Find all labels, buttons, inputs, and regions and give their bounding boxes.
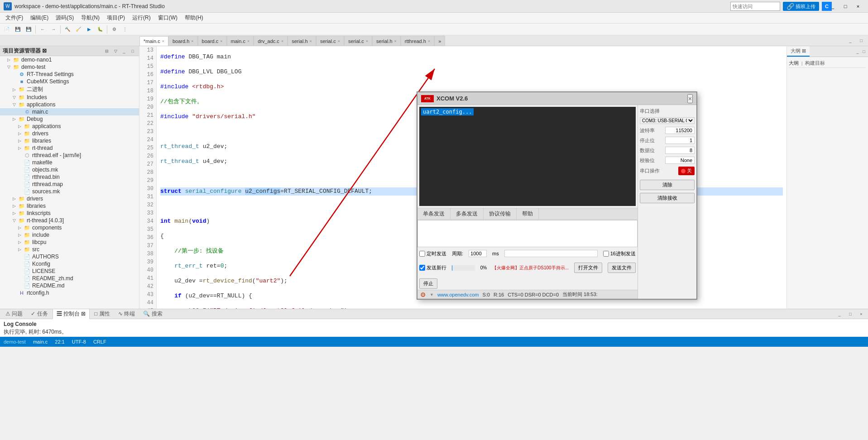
tab-serial-c1[interactable]: serial.c×: [316, 36, 344, 46]
sidebar-item-rtthread-elf[interactable]: ⬡ rtthread.elf - [arm/le]: [0, 152, 139, 159]
sidebar-item-kconfig[interactable]: 📄 Kconfig: [0, 260, 139, 268]
menu-source[interactable]: 源码(S): [52, 13, 77, 23]
tb-back[interactable]: ←: [38, 24, 48, 34]
xcom-send-input[interactable]: [418, 220, 637, 247]
maximize-button[interactable]: □: [839, 2, 852, 11]
tab-rtthread-h[interactable]: rtthread.h×: [401, 36, 434, 46]
baud-input[interactable]: [665, 127, 695, 134]
gear-icon[interactable]: ⚙: [420, 291, 426, 298]
xcom-tab-multi[interactable]: 多条发送: [451, 208, 484, 220]
sidebar-item-debug-libraries[interactable]: ▷ 📁 libraries: [0, 137, 139, 144]
sidebar-item-libcpu[interactable]: ▷ 📁 libcpu: [0, 239, 139, 246]
send-file-button[interactable]: 发送文件: [608, 263, 636, 273]
sidebar-item-rtthread-map[interactable]: 📄 rtthread.map: [0, 181, 139, 188]
xcom-check-hex[interactable]: 16进制发送: [603, 250, 636, 257]
menu-edit[interactable]: 编辑(E): [27, 13, 52, 23]
timed-send-checkbox[interactable]: [419, 251, 425, 257]
period-input[interactable]: [469, 250, 487, 257]
sidebar-item-makefile[interactable]: 📄 makefile: [0, 159, 139, 166]
bottom-panel-max[interactable]: □: [845, 309, 855, 319]
sidebar-item-demo-nano1[interactable]: ▷ 📁 demo-nano1: [0, 56, 139, 63]
tb-more[interactable]: ⋮: [120, 24, 130, 34]
sidebar-item-components[interactable]: ▷ 📁 components: [0, 224, 139, 231]
sidebar-item-main-c[interactable]: © main.c: [0, 108, 139, 115]
sidebar-item-src[interactable]: ▷ 📁 src: [0, 246, 139, 253]
sidebar-menu[interactable]: ▽: [112, 48, 119, 55]
sidebar-item-authors[interactable]: 📄 AUTHORS: [0, 253, 139, 260]
tab-outline[interactable]: 大纲 ⊠: [787, 46, 810, 57]
serial-op-button[interactable]: 关: [678, 167, 695, 175]
menu-help[interactable]: 帮助(H): [181, 13, 207, 23]
tab-more[interactable]: »: [434, 36, 445, 46]
data-bits-input[interactable]: [665, 147, 695, 154]
sidebar-item-sources-mk[interactable]: 📄 sources.mk: [0, 188, 139, 195]
clear-receive-button[interactable]: 清除接收: [640, 193, 695, 203]
tab-serial-c2[interactable]: serial.c×: [344, 36, 372, 46]
tab-serial-h2[interactable]: serial.h×: [372, 36, 401, 46]
tb-forward[interactable]: →: [48, 24, 58, 34]
xcom-display[interactable]: uart2_config...: [419, 107, 636, 206]
hex-send-checkbox[interactable]: [603, 251, 609, 257]
clear-button[interactable]: 清除: [640, 180, 695, 190]
tab-main-c-active[interactable]: *main.c ×: [139, 36, 168, 46]
xcom-check-newline[interactable]: 发送新行: [419, 264, 446, 271]
tab-terminal[interactable]: ∿ 终端: [115, 309, 139, 319]
tab-problems[interactable]: ⚠ 问题: [2, 309, 26, 319]
menu-project[interactable]: 项目(P): [103, 13, 129, 23]
sidebar-item-cubemx[interactable]: ■ CubeMX Settings: [0, 78, 139, 85]
connect-upload-button[interactable]: 🔗 插班上传: [783, 2, 819, 11]
sidebar-item-rt-thread-403[interactable]: ▽ 📁 rt-thread [4.0.3]: [0, 217, 139, 224]
panel-min[interactable]: _: [845, 36, 855, 46]
sidebar-item-demo-test[interactable]: ▽ 📁 demo-test: [0, 63, 139, 71]
period-input2[interactable]: [504, 250, 598, 257]
sidebar-item-includes[interactable]: ▽ 📁 Includes: [0, 94, 139, 101]
sidebar-item-rtconfig-h[interactable]: H rtconfig.h: [0, 289, 139, 297]
tab-drv-adc[interactable]: drv_adc.c×: [254, 36, 288, 46]
stop-button[interactable]: 停止: [419, 278, 437, 289]
menu-file[interactable]: 文件(F): [2, 13, 27, 23]
tb-settings[interactable]: ⚙: [109, 24, 119, 34]
xcom-check-timed[interactable]: 定时发送: [419, 250, 446, 257]
sidebar-item-objects-mk[interactable]: 📄 objects.mk: [0, 166, 139, 173]
tb-new[interactable]: 📄: [2, 24, 12, 34]
tab-outline-label[interactable]: 大纲: [789, 60, 799, 67]
panel-max[interactable]: □: [856, 36, 866, 46]
tab-console[interactable]: ☰ 控制台 ⊠: [53, 309, 90, 319]
sidebar-item-libraries[interactable]: ▷ 📁 libraries: [0, 202, 139, 210]
xcom-tab-help[interactable]: 帮助: [517, 208, 539, 220]
menu-window[interactable]: 窗口(W): [154, 13, 181, 23]
sidebar-item-binary[interactable]: ▷ 📁 二进制: [0, 85, 139, 94]
sidebar-item-license[interactable]: 📄 LICENSE: [0, 268, 139, 275]
tab-serial-h1[interactable]: serial.h×: [288, 36, 316, 46]
sidebar-item-readme-zh[interactable]: 📄 README_zh.md: [0, 275, 139, 282]
tab-properties[interactable]: □ 属性: [91, 309, 114, 319]
sidebar-item-drivers[interactable]: ▷ 📁 drivers: [0, 195, 139, 202]
rp-max[interactable]: □: [861, 48, 867, 55]
bottom-panel-min[interactable]: _: [834, 309, 844, 319]
tb-save-all[interactable]: 💾: [24, 24, 34, 34]
quick-access-input[interactable]: [730, 2, 780, 11]
tab-close[interactable]: ×: [162, 39, 164, 43]
tb-run[interactable]: ▶: [84, 24, 94, 34]
tab-board-c[interactable]: board.c×: [198, 36, 227, 46]
c-icon-button[interactable]: C: [822, 2, 832, 11]
sidebar-item-readme[interactable]: 📄 README.md: [0, 282, 139, 289]
tb-build[interactable]: 🔨: [62, 24, 72, 34]
xcom-tab-protocol[interactable]: 协议传输: [484, 208, 517, 220]
sidebar-item-debug-applications[interactable]: ▷ 📁 applications: [0, 123, 139, 130]
fire-link[interactable]: 【火爆全网】正点原子DS100手持示...: [492, 265, 569, 271]
tb-save[interactable]: 💾: [13, 24, 23, 34]
rp-min[interactable]: _: [854, 48, 861, 55]
tb-clean[interactable]: 🧹: [73, 24, 83, 34]
menu-run[interactable]: 运行(R): [129, 13, 154, 23]
sidebar-collapse[interactable]: ⊟: [103, 48, 110, 55]
tab-build-target-label[interactable]: 构建目标: [805, 60, 825, 67]
sidebar-item-applications[interactable]: ▽ 📁 applications: [0, 101, 139, 108]
xcom-close-button[interactable]: ×: [687, 94, 693, 103]
serial-select[interactable]: COM3: USB-SERIAL C: [640, 117, 695, 124]
bottom-panel-close[interactable]: ×: [856, 309, 866, 319]
sidebar-item-rt-thread-settings[interactable]: ⚙ RT-Thread Settings: [0, 71, 139, 78]
open-file-button[interactable]: 打开文件: [574, 263, 602, 273]
sidebar-item-debug[interactable]: ▷ 📁 Debug: [0, 115, 139, 123]
sidebar-max[interactable]: □: [129, 48, 136, 55]
